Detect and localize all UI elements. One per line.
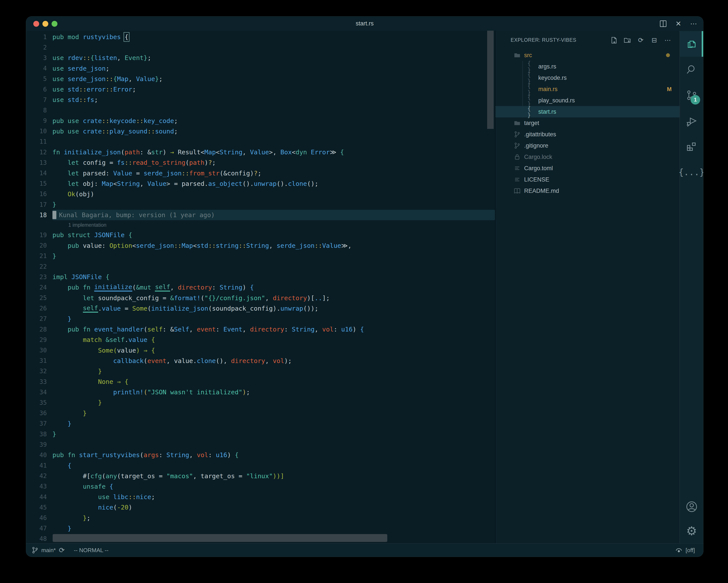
code-line[interactable]: 36 } — [26, 408, 495, 418]
code-line[interactable]: 25 let soundpack_config = &format!("{}/c… — [26, 293, 495, 303]
line-number: 47 — [26, 525, 52, 532]
code-line[interactable]: 1pub mod rustyvibes { — [26, 32, 495, 42]
code-line[interactable]: 42 #[cfg(any(target_os = "macos", target… — [26, 471, 495, 481]
code-line[interactable]: 3use rdev::{listen, Event}; — [26, 53, 495, 63]
git-branch-icon[interactable] — [32, 547, 38, 554]
code-line[interactable]: 16 Ok(obj) — [26, 189, 495, 199]
branch-name[interactable]: main* — [41, 547, 56, 554]
screencast-mode-label[interactable]: [off] — [685, 547, 695, 554]
activity-run-debug[interactable] — [680, 108, 703, 134]
new-folder-icon[interactable] — [622, 35, 632, 46]
tree-item-license[interactable]: LICENSE — [495, 174, 679, 185]
line-number: 45 — [26, 504, 52, 511]
tree-item-cargo-lock[interactable]: Cargo.lock — [495, 151, 679, 163]
code-line[interactable]: 6use std::error::Error; — [26, 84, 495, 94]
activity-search[interactable] — [680, 57, 703, 82]
editor-horizontal-scrollbar[interactable] — [53, 534, 387, 542]
code-line[interactable]: 45 nice(-20) — [26, 502, 495, 512]
code-line[interactable]: 23impl JSONFile { — [26, 272, 495, 282]
title-bar[interactable]: start.rs ✕ ⋯ — [26, 17, 703, 31]
code-line[interactable]: 10pub use crate::play_sound::sound; — [26, 126, 495, 137]
tree-item-src[interactable]: src — [495, 50, 679, 61]
code-line[interactable]: 21} — [26, 251, 495, 261]
debug-icon — [685, 115, 698, 127]
code-line[interactable]: 4use serde_json; — [26, 63, 495, 74]
code-line[interactable]: 11 — [26, 137, 495, 147]
line-number: 15 — [26, 180, 52, 187]
tree-item-target[interactable]: target — [495, 117, 679, 129]
new-file-icon[interactable] — [608, 35, 619, 46]
code-line[interactable]: 30 Some(value) ⇒ { — [26, 345, 495, 355]
activity-snippets[interactable]: {...} — [680, 159, 703, 185]
code-line[interactable]: 19pub struct JSONFile { — [26, 230, 495, 240]
code-editor[interactable]: 1pub mod rustyvibes {23use rdev::{listen… — [26, 31, 495, 543]
activity-account[interactable] — [680, 495, 703, 519]
tree-item-readme-md[interactable]: README.md — [495, 185, 679, 196]
line-number: 4 — [26, 65, 52, 72]
activity-explorer[interactable] — [680, 31, 703, 57]
line-number: 24 — [26, 284, 52, 291]
code-line[interactable]: 44 use libc::nice; — [26, 492, 495, 502]
line-number: 34 — [26, 389, 52, 396]
code-line[interactable]: 38} — [26, 429, 495, 439]
list-icon — [513, 164, 521, 172]
split-editor-icon[interactable] — [658, 19, 668, 28]
line-number: 21 — [26, 252, 52, 259]
code-line[interactable]: 39 — [26, 439, 495, 450]
screencast-icon[interactable] — [675, 547, 682, 553]
code-line[interactable]: 18Kunal Bagaria, bump: version (1 year a… — [26, 210, 495, 220]
code-line[interactable]: 40pub fn start_rustyvibes(args: String, … — [26, 450, 495, 460]
code-line[interactable]: 12fn initialize_json(path: &str) → Resul… — [26, 147, 495, 157]
collapse-all-icon[interactable]: ⊟ — [649, 35, 659, 46]
code-line[interactable]: 2 — [26, 42, 495, 53]
code-line[interactable]: 34 println!("JSON wasn't initialized"); — [26, 387, 495, 397]
code-line[interactable]: 37 } — [26, 418, 495, 429]
code-line[interactable]: 13 let config = fs::read_to_string(path)… — [26, 157, 495, 168]
tree-item-main-rs[interactable]: { }main.rsM — [495, 83, 679, 95]
code-line[interactable]: 43 unsafe { — [26, 481, 495, 492]
tree-item-play-sound-rs[interactable]: { }play_sound.rs — [495, 95, 679, 106]
editor-vertical-scrollbar[interactable] — [487, 31, 494, 129]
activity-settings[interactable]: ⚙ — [680, 519, 703, 543]
code-line[interactable]: 28 pub fn event_handler(self: &Self, eve… — [26, 324, 495, 335]
code-line[interactable]: 22 — [26, 261, 495, 272]
tree-item-keycode-rs[interactable]: { }keycode.rs — [495, 72, 679, 83]
code-line[interactable]: 26 self.value = Some(initialize_json(sou… — [26, 303, 495, 314]
code-line[interactable]: 20 pub value: Option<serde_json::Map<std… — [26, 241, 495, 251]
code-line[interactable]: 24 pub fn initialize(&mut self, director… — [26, 282, 495, 293]
tree-item-start-rs[interactable]: { }start.rs — [495, 106, 679, 117]
line-number: 19 — [26, 231, 52, 239]
code-line[interactable]: 7use std::fs; — [26, 94, 495, 105]
line-number: 43 — [26, 483, 52, 490]
tree-item-args-rs[interactable]: { }args.rs — [495, 61, 679, 72]
tree-item-cargo-toml[interactable]: Cargo.toml — [495, 163, 679, 174]
code-line[interactable]: 31 callback(event, value.clone(), direct… — [26, 356, 495, 366]
code-line[interactable]: 17} — [26, 199, 495, 210]
code-line[interactable]: 32 } — [26, 366, 495, 377]
close-icon[interactable]: ✕ — [674, 19, 683, 28]
code-line[interactable]: 15 let obj: Map<String, Value> = parsed.… — [26, 178, 495, 189]
code-line[interactable]: 33 None ⇒ { — [26, 377, 495, 387]
sync-icon[interactable]: ⟳ — [59, 546, 64, 554]
code-line[interactable]: 8 — [26, 105, 495, 115]
tree-item--gitignore[interactable]: .gitignore — [495, 140, 679, 151]
more-actions-icon[interactable]: ⋯ — [689, 19, 698, 28]
tree-indent-guide — [522, 61, 523, 106]
tree-item--gitattributes[interactable]: .gitattributes — [495, 129, 679, 140]
code-line[interactable]: 47 } — [26, 523, 495, 534]
activity-extensions[interactable] — [680, 134, 703, 159]
code-line[interactable]: 14 let parsed: Value = serde_json::from_… — [26, 168, 495, 178]
explorer-more-icon[interactable]: ⋯ — [662, 35, 673, 46]
code-line[interactable]: 27 } — [26, 314, 495, 324]
refresh-icon[interactable]: ⟳ — [635, 35, 646, 46]
code-line[interactable]: 9pub use crate::keycode::key_code; — [26, 116, 495, 126]
code-line[interactable]: 5use serde_json::{Map, Value}; — [26, 74, 495, 84]
code-line[interactable]: 35 } — [26, 397, 495, 408]
code-line[interactable]: 41 { — [26, 461, 495, 471]
activity-source-control[interactable]: 1 — [680, 82, 703, 108]
line-number: 28 — [26, 326, 52, 333]
code-line[interactable]: 29 match &self.value { — [26, 335, 495, 345]
line-number: 39 — [26, 441, 52, 448]
codelens-implementations[interactable]: 1 implementation — [26, 220, 495, 230]
code-line[interactable]: 46 }; — [26, 512, 495, 523]
